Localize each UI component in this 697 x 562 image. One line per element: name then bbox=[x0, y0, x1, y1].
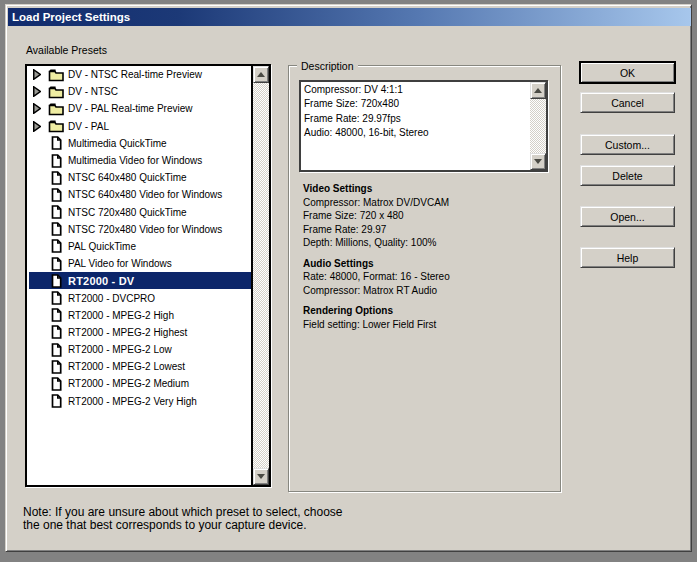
settings-line: Compressor: Matrox RT Audio bbox=[303, 284, 450, 298]
document-icon bbox=[48, 394, 65, 408]
description-preview-text: Compressor: DV 4:1:1Frame Size: 720x480F… bbox=[301, 82, 530, 170]
document-icon bbox=[48, 291, 65, 305]
presets-listbox: DV - NTSC Real-time Preview DV - NTSC DV… bbox=[25, 64, 271, 487]
delete-button[interactable]: Delete bbox=[580, 165, 675, 186]
load-project-settings-dialog: Load Project Settings Available Presets … bbox=[5, 4, 692, 552]
note-line-2: the one that best corresponds to your ca… bbox=[23, 519, 343, 532]
preset-item-label: RT2000 - MPEG-2 Low bbox=[68, 344, 172, 355]
preset-item-label: DV - PAL Real-time Preview bbox=[68, 103, 192, 114]
expander-arrow-icon[interactable] bbox=[33, 103, 41, 114]
preset-list-item[interactable]: DV - PAL bbox=[29, 118, 251, 135]
desktop-backdrop: Load Project Settings Available Presets … bbox=[0, 0, 697, 562]
document-icon bbox=[48, 239, 65, 253]
arrow-up-icon bbox=[257, 72, 265, 77]
description-scroll-down-button[interactable] bbox=[530, 153, 546, 170]
preset-item-label: RT2000 - MPEG-2 Lowest bbox=[68, 361, 185, 372]
preset-item-label: DV - NTSC bbox=[68, 86, 118, 97]
preset-item-label: RT2000 - MPEG-2 Medium bbox=[68, 378, 189, 389]
cancel-button[interactable]: Cancel bbox=[580, 92, 675, 113]
preset-list-item[interactable]: RT2000 - DVCPRO bbox=[29, 289, 251, 306]
settings-line: Depth: Millions, Quality: 100% bbox=[303, 236, 450, 250]
description-preview-line: Frame Size: 720x480 bbox=[304, 97, 530, 111]
preset-list-item[interactable]: Multimedia Video for Windows bbox=[29, 152, 251, 169]
preset-item-label: NTSC 720x480 QuickTime bbox=[68, 207, 187, 218]
description-scroll-up-button[interactable] bbox=[530, 82, 546, 99]
preset-list-item[interactable]: DV - NTSC Real-time Preview bbox=[29, 66, 251, 83]
description-scrollbar bbox=[530, 82, 546, 170]
presets-scroll-up-button[interactable] bbox=[253, 66, 269, 83]
expander-arrow-icon[interactable] bbox=[33, 121, 41, 132]
preset-list-item[interactable]: DV - NTSC bbox=[29, 83, 251, 100]
preset-item-label: NTSC 720x480 Video for Windows bbox=[68, 224, 222, 235]
description-group-label: Description bbox=[297, 60, 358, 72]
preset-item-label: RT2000 - MPEG-2 Highest bbox=[68, 327, 187, 338]
settings-section: Rendering Options Field setting: Lower F… bbox=[303, 304, 450, 331]
preset-list-item[interactable]: PAL Video for Windows bbox=[29, 255, 251, 272]
preset-list-item[interactable]: NTSC 640x480 Video for Windows bbox=[29, 186, 251, 203]
settings-section-heading: Video Settings bbox=[303, 182, 450, 196]
preset-item-label: Multimedia QuickTime bbox=[68, 138, 167, 149]
expander-spacer bbox=[33, 241, 41, 252]
presets-scrollbar-track[interactable] bbox=[253, 83, 269, 468]
preset-item-label: RT2000 - DV bbox=[68, 275, 134, 287]
preset-item-label: DV - PAL bbox=[68, 121, 109, 132]
expander-spacer bbox=[33, 327, 41, 338]
expander-arrow-icon[interactable] bbox=[33, 69, 41, 80]
document-icon bbox=[48, 136, 65, 150]
preset-list-item[interactable]: NTSC 720x480 Video for Windows bbox=[29, 221, 251, 238]
expander-spacer bbox=[33, 172, 41, 183]
settings-line: Frame Rate: 29.97 bbox=[303, 223, 450, 237]
preset-list-item[interactable]: RT2000 - MPEG-2 Very High bbox=[29, 393, 251, 410]
open-button[interactable]: Open... bbox=[580, 206, 675, 227]
expander-spacer bbox=[33, 189, 41, 200]
preset-item-label: DV - NTSC Real-time Preview bbox=[68, 69, 202, 80]
document-icon bbox=[48, 205, 65, 219]
preset-list-item[interactable]: RT2000 - MPEG-2 High bbox=[29, 307, 251, 324]
document-icon bbox=[48, 343, 65, 357]
preset-list-item[interactable]: RT2000 - MPEG-2 Highest bbox=[29, 324, 251, 341]
dialog-titlebar[interactable]: Load Project Settings bbox=[8, 8, 691, 26]
presets-list: DV - NTSC Real-time Preview DV - NTSC DV… bbox=[27, 66, 251, 485]
expander-spacer bbox=[33, 344, 41, 355]
description-preview-line: Frame Rate: 29.97fps bbox=[304, 112, 530, 126]
settings-line: Compressor: Matrox DV/DVCAM bbox=[303, 196, 450, 210]
preset-list-item[interactable]: DV - PAL Real-time Preview bbox=[29, 100, 251, 117]
custom-button[interactable]: Custom... bbox=[580, 134, 675, 155]
available-presets-label: Available Presets bbox=[26, 44, 107, 56]
expander-spacer bbox=[33, 224, 41, 235]
presets-scroll-down-button[interactable] bbox=[253, 468, 269, 485]
settings-section-heading: Rendering Options bbox=[303, 304, 450, 318]
settings-line: Frame Size: 720 x 480 bbox=[303, 209, 450, 223]
preset-list-item[interactable]: NTSC 720x480 QuickTime bbox=[29, 204, 251, 221]
settings-line: Field setting: Lower Field First bbox=[303, 318, 450, 332]
expander-spacer bbox=[33, 138, 41, 149]
preset-item-label: NTSC 640x480 QuickTime bbox=[68, 172, 187, 183]
help-button[interactable]: Help bbox=[580, 247, 675, 268]
settings-section-heading: Audio Settings bbox=[303, 257, 450, 271]
preset-list-item[interactable]: RT2000 - MPEG-2 Low bbox=[29, 341, 251, 358]
expander-spacer bbox=[33, 310, 41, 321]
expander-spacer bbox=[33, 207, 41, 218]
description-textbox[interactable]: Compressor: DV 4:1:1Frame Size: 720x480F… bbox=[299, 80, 548, 172]
note-text: Note: If you are unsure about which pres… bbox=[23, 506, 343, 532]
expander-spacer bbox=[33, 361, 41, 372]
description-preview-line: Audio: 48000, 16-bit, Stereo bbox=[304, 126, 530, 140]
document-icon bbox=[48, 257, 65, 271]
expander-spacer bbox=[33, 275, 41, 286]
preset-list-item[interactable]: RT2000 - DV bbox=[29, 272, 251, 289]
preset-list-item[interactable]: RT2000 - MPEG-2 Lowest bbox=[29, 358, 251, 375]
expander-arrow-icon[interactable] bbox=[33, 86, 41, 97]
preset-list-item[interactable]: PAL QuickTime bbox=[29, 238, 251, 255]
preset-item-label: RT2000 - MPEG-2 Very High bbox=[68, 396, 197, 407]
expander-spacer bbox=[33, 258, 41, 269]
ok-button[interactable]: OK bbox=[580, 62, 675, 83]
folder-icon bbox=[48, 68, 65, 82]
description-scrollbar-track[interactable] bbox=[530, 99, 546, 153]
expander-spacer bbox=[33, 378, 41, 389]
settings-details: Video Settings Compressor: Matrox DV/DVC… bbox=[303, 182, 450, 331]
document-icon bbox=[48, 308, 65, 322]
preset-list-item[interactable]: RT2000 - MPEG-2 Medium bbox=[29, 375, 251, 392]
preset-list-item[interactable]: NTSC 640x480 QuickTime bbox=[29, 169, 251, 186]
settings-section: Audio Settings Rate: 48000, Format: 16 -… bbox=[303, 257, 450, 298]
preset-list-item[interactable]: Multimedia QuickTime bbox=[29, 135, 251, 152]
